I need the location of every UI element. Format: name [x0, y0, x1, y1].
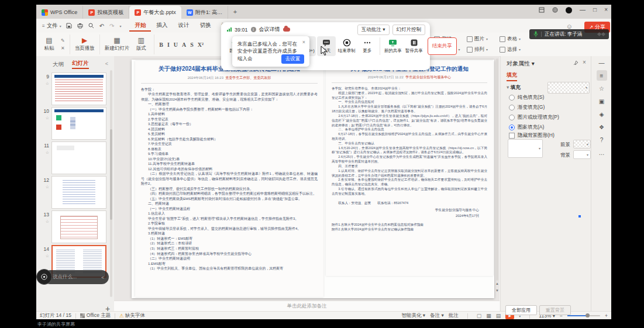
background-color-dropdown[interactable]	[573, 150, 591, 159]
slide-thumbnail[interactable]	[51, 141, 106, 174]
new-tab-button[interactable]: +	[230, 8, 240, 17]
canvas-scrollbar[interactable]: ▲ ▼	[495, 58, 499, 298]
design-tools-icon[interactable]: ◈	[597, 109, 607, 119]
foreground-color-dropdown[interactable]	[573, 140, 591, 149]
zoom-slider[interactable]	[567, 315, 600, 316]
slide-thumbnail[interactable]	[51, 107, 106, 140]
close-panel-icon[interactable]: ×	[583, 59, 586, 65]
ribbon-tab[interactable]: 插入	[151, 20, 173, 32]
go-settings-button[interactable]: 去设置	[281, 54, 305, 64]
slide-thumbnail[interactable]	[51, 176, 106, 209]
font-format-button[interactable]: A	[182, 42, 186, 48]
save-icon[interactable]	[66, 23, 72, 29]
ribbon-tab[interactable]: 开始	[129, 20, 151, 32]
undo-icon[interactable]: ↶	[99, 23, 104, 29]
slide-thumbnail-item[interactable]: 12 ☆	[36, 176, 109, 209]
insert-tool-button[interactable]: 排列	[467, 44, 497, 54]
effects-icon[interactable]: ☆	[597, 83, 607, 94]
maximize-button[interactable]: □	[593, 6, 597, 13]
apply-all-button[interactable]: 全部应用	[505, 305, 537, 315]
preview-icon[interactable]	[88, 23, 94, 29]
slide-canvas[interactable]: 关于做好2024届本科毕业生档案整理及转递工作的通知 2024年06月14日 1…	[114, 56, 500, 301]
notification-close-icon[interactable]: ×	[302, 39, 305, 45]
comments-toggle[interactable]: 批注	[449, 312, 459, 319]
document-tab[interactable]: WPS Office	[36, 6, 83, 19]
cut-icon[interactable]: ✕	[61, 46, 65, 51]
normal-view-icon[interactable]: ▢	[477, 313, 482, 319]
sorter-view-icon[interactable]: ▦	[486, 313, 491, 319]
slide-thumbnail[interactable]	[51, 210, 106, 243]
selection-handle[interactable]	[578, 215, 581, 217]
scroll-up-icon[interactable]: ▲	[495, 282, 499, 285]
collapse-panel-icon[interactable]: —	[597, 57, 607, 68]
ribbon-tab[interactable]: 切换	[194, 20, 216, 32]
minimize-button[interactable]: —	[580, 6, 586, 13]
panel-title[interactable]: 对象属性 ▾	[507, 60, 535, 68]
current-slide[interactable]: 关于做好2024届本科毕业生档案整理及转递工作的通知 2024年06月14日 1…	[132, 60, 494, 298]
theme-label[interactable]: Office 主题	[87, 312, 111, 319]
danmaku-input-pill[interactable]: 说点什么... <	[43, 270, 109, 284]
end-share-button[interactable]: 结束共享	[428, 37, 457, 55]
slide-thumbnail-item[interactable]: 11 ☆	[36, 141, 109, 175]
paste-button[interactable]: ▤ 粘贴	[41, 37, 57, 52]
document-tab[interactable]: 附件1: 高…	[181, 6, 228, 19]
zoom-in-button[interactable]: +	[605, 313, 608, 319]
format-painter-icon[interactable]: ✎	[61, 38, 65, 43]
layout-button[interactable]: ▥ 版式	[133, 37, 149, 52]
more-button[interactable]: 更多	[358, 36, 377, 56]
fill-option-radio[interactable]: 渐变填充(G)	[509, 102, 559, 112]
notes-toggle[interactable]: 备注 ▾	[430, 312, 444, 319]
tab-slides[interactable]: 幻灯片	[72, 60, 89, 69]
reset-background-button[interactable]: 重置背景	[539, 305, 571, 315]
account-avatar[interactable]	[566, 7, 572, 13]
hide-background-checkbox[interactable]: 隐藏背景图形(H)	[509, 132, 555, 139]
fill-option-radio[interactable]: 图片或纹理填充(P)	[509, 112, 559, 122]
font-format-button[interactable]: X²	[198, 42, 204, 48]
document-tab[interactable]: 投稿页模板	[83, 6, 129, 19]
collapse-sidebar-button[interactable]: <	[105, 61, 108, 67]
slide-thumbnail[interactable]	[51, 72, 106, 105]
slide-thumbnail-item[interactable]: 10 ☆	[36, 107, 109, 140]
slide-control-button[interactable]: 幻灯片控制	[392, 25, 426, 35]
fill-tab[interactable]: 填充	[507, 71, 517, 81]
slide-thumbnail-item[interactable]: 9 ☆	[36, 72, 109, 106]
selection-pane-icon[interactable]: ▣	[597, 96, 607, 106]
slide-thumbnail-item[interactable]: 13 ☆	[36, 210, 109, 244]
fill-option-radio[interactable]: 纯色填充(S)	[509, 92, 559, 102]
sidebar-scrollbar[interactable]	[110, 70, 112, 297]
font-format-button[interactable]: I	[167, 42, 170, 48]
skin-icon[interactable]	[552, 7, 558, 13]
insert-tool-button[interactable]: 表格	[500, 34, 530, 44]
new-share-button[interactable]: 新的共享	[383, 36, 403, 56]
texture-dropdown[interactable]	[547, 82, 590, 94]
notes-bar[interactable]: 单击此处添加备注	[114, 301, 500, 312]
file-menu[interactable]: ≡ 文件 ▾	[36, 22, 66, 30]
layout-icon[interactable]	[539, 7, 545, 13]
print-icon[interactable]	[77, 23, 83, 29]
beautify-button[interactable]: 智能美化 ▾	[401, 312, 425, 319]
ribbon-tab[interactable]: 设计	[173, 20, 194, 32]
help-icon[interactable]: ?	[597, 134, 607, 145]
more-tools-icon[interactable]: …	[597, 147, 607, 158]
fill-option-radio[interactable]: 图案填充(A)	[509, 122, 559, 132]
play-from-current-button[interactable]: ▶ 当页播放	[75, 37, 95, 52]
document-tab[interactable]: 午餐大会.pptx	[129, 6, 181, 19]
font-format-button[interactable]: S	[190, 42, 194, 48]
resource-icon[interactable]: ❖	[597, 122, 607, 132]
cloud-record-icon[interactable]	[283, 27, 290, 32]
meeting-details-link[interactable]: 会议详情	[259, 26, 280, 33]
insert-tool-button[interactable]: 图片	[467, 34, 497, 44]
reading-view-icon[interactable]: ▤	[496, 313, 501, 319]
stop-record-button[interactable]: 结束录制	[337, 36, 357, 56]
missing-font-warning[interactable]: 缺失字体	[125, 312, 145, 319]
pattern-preview-dropdown[interactable]	[508, 139, 543, 158]
interactive-annotation-button[interactable]: 互动批注 ▾	[357, 25, 390, 35]
font-format-button[interactable]: B	[159, 42, 163, 48]
new-slide-button[interactable]: ▦ 新建幻灯片	[105, 37, 130, 52]
redo-icon[interactable]: ↷	[109, 23, 114, 29]
collapse-danmaku-icon[interactable]: <	[101, 275, 104, 280]
pin-icon[interactable]	[573, 60, 578, 65]
close-button[interactable]: ×	[604, 6, 608, 13]
object-properties-icon[interactable]: ≡	[597, 70, 607, 81]
fill-section-header[interactable]: 填充	[507, 84, 521, 91]
